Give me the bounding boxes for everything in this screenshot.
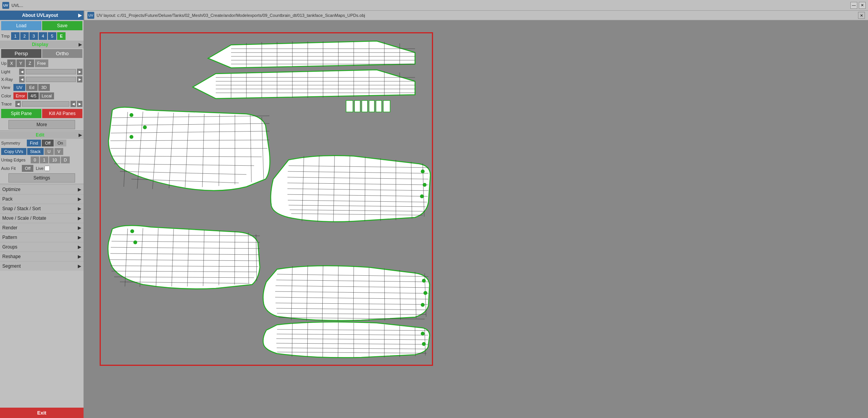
untag-0-button[interactable]: 0 — [31, 156, 39, 163]
untag-d-button[interactable]: D — [61, 156, 70, 163]
untag-10-button[interactable]: 10 — [49, 156, 60, 163]
untag-1-button[interactable]: 1 — [40, 156, 48, 163]
symmetry-row: Symmetry Find Off On — [0, 139, 84, 147]
about-arrow-icon: ▶ — [78, 13, 82, 18]
error-button[interactable]: Error — [13, 92, 27, 99]
main-layout: About UVLayout ▶ Load Save Tmp 1 2 3 4 5… — [0, 11, 868, 418]
xray-slider-row: X-Ray ◀ ▶ — [0, 76, 84, 83]
uv-view-button[interactable]: UV — [13, 84, 25, 91]
save-button[interactable]: Save — [42, 21, 82, 30]
tmp-5-button[interactable]: 5 — [48, 32, 56, 40]
stack-button[interactable]: Stack — [27, 148, 44, 155]
z-axis-button[interactable]: Z — [26, 59, 34, 67]
light-right-button[interactable]: ▶ — [77, 69, 82, 75]
trace-left-button[interactable]: ◀ — [15, 101, 21, 107]
window-controls: — ✕ — [850, 2, 866, 9]
edit-arrow-icon[interactable]: ▶ — [79, 132, 82, 138]
auto-fit-off-button[interactable]: Off — [22, 165, 33, 172]
snap-stack-sort-label: Snap / Stack / Sort — [2, 206, 78, 211]
free-button[interactable]: Free — [35, 59, 48, 67]
uv-viewport[interactable] — [84, 25, 868, 418]
u-button[interactable]: U — [44, 148, 54, 155]
optimize-menu-item[interactable]: Optimize ▶ — [0, 184, 84, 194]
kill-all-panes-button[interactable]: Kill All Panes — [42, 109, 82, 118]
pack-menu-item[interactable]: Pack ▶ — [0, 194, 84, 204]
reshape-menu-item[interactable]: Reshape ▶ — [0, 252, 84, 261]
tmp-4-button[interactable]: 4 — [39, 32, 47, 40]
render-menu-item[interactable]: Render ▶ — [0, 223, 84, 232]
tmp-e-button[interactable]: E — [57, 32, 66, 40]
local-button[interactable]: Local — [39, 92, 54, 99]
groups-menu-item[interactable]: Groups ▶ — [0, 242, 84, 252]
display-arrow-icon[interactable]: ▶ — [79, 42, 82, 47]
light-slider-row: Light ◀ ▶ — [0, 68, 84, 76]
close-path-button[interactable]: ✕ — [858, 12, 865, 19]
path-bar: UV UV layout: c:/01_Projects/Future/Delu… — [84, 11, 868, 20]
exit-button[interactable]: Exit — [0, 408, 84, 418]
svg-rect-37 — [362, 100, 368, 112]
more-button[interactable]: More — [8, 120, 75, 129]
copy-uvs-button[interactable]: Copy UVs — [1, 148, 26, 155]
xray-right-button[interactable]: ▶ — [77, 76, 82, 82]
uv-tile-border — [100, 32, 433, 366]
trace-slider-track[interactable] — [22, 101, 69, 107]
optimize-label: Optimize — [2, 187, 78, 192]
uv-shell-5 — [108, 225, 260, 289]
svg-point-104 — [130, 229, 134, 233]
symmetry-on-button[interactable]: On — [54, 140, 66, 146]
load-button[interactable]: Load — [1, 21, 41, 30]
app-icon-text: UV — [3, 3, 8, 7]
divider-1 — [0, 130, 84, 131]
path-icon: UV — [87, 12, 94, 19]
xray-slider-track[interactable] — [26, 77, 76, 82]
frac-button[interactable]: 4/5 — [28, 92, 38, 99]
about-button[interactable]: About UVLayout ▶ — [0, 11, 84, 20]
tmp-3-button[interactable]: 3 — [30, 32, 38, 40]
pack-label: Pack — [2, 196, 78, 202]
trace-right-button[interactable]: ▶ — [77, 101, 82, 107]
svg-point-127 — [421, 303, 425, 307]
uv-shell-small-blocks — [346, 100, 390, 112]
ortho-button[interactable]: Ortho — [42, 49, 82, 58]
minimize-button[interactable]: — — [850, 2, 857, 9]
render-arrow-icon: ▶ — [78, 225, 81, 230]
find-button[interactable]: Find — [27, 140, 41, 146]
move-scale-rotate-menu-item[interactable]: Move / Scale / Rotate ▶ — [0, 213, 84, 223]
tmp-2-button[interactable]: 2 — [20, 32, 29, 40]
snap-stack-sort-menu-item[interactable]: Snap / Stack / Sort ▶ — [0, 204, 84, 213]
app-icon: UV — [2, 2, 9, 9]
persp-button[interactable]: Persp — [1, 49, 41, 58]
svg-point-145 — [422, 342, 426, 346]
symmetry-off-button[interactable]: Off — [42, 140, 53, 146]
y-axis-button[interactable]: Y — [16, 59, 25, 67]
svg-point-61 — [143, 125, 147, 129]
svg-point-60 — [130, 113, 133, 117]
close-button[interactable]: ✕ — [859, 2, 866, 9]
split-pane-button[interactable]: Split Pane — [1, 109, 41, 118]
v-button[interactable]: V — [54, 148, 63, 155]
light-left-button[interactable]: ◀ — [19, 69, 25, 75]
tmp-1-button[interactable]: 1 — [11, 32, 20, 40]
3d-view-button[interactable]: 3D — [38, 84, 50, 91]
uv-shell-4 — [271, 156, 430, 222]
content-area: UV UV layout: c:/01_Projects/Future/Delu… — [84, 11, 868, 418]
settings-button[interactable]: Settings — [8, 173, 75, 183]
x-axis-button[interactable]: X — [7, 59, 16, 67]
xray-left-button[interactable]: ◀ — [19, 76, 25, 82]
uv-shells-svg — [101, 33, 434, 367]
light-slider-track[interactable] — [26, 69, 76, 74]
color-label: Color — [1, 94, 13, 98]
color-row: Color Error 4/5 Local — [0, 92, 84, 100]
segment-menu-item[interactable]: Segment ▶ — [0, 261, 84, 271]
snap-stack-sort-arrow-icon: ▶ — [78, 206, 81, 211]
trace-mid-left-button[interactable]: ◀ — [71, 101, 76, 107]
pattern-label: Pattern — [2, 235, 78, 240]
pattern-menu-item[interactable]: Pattern ▶ — [0, 232, 84, 242]
svg-rect-40 — [383, 100, 390, 112]
svg-point-105 — [133, 240, 137, 244]
live-checkbox[interactable] — [44, 166, 50, 171]
ed-view-button[interactable]: Ed — [26, 84, 37, 91]
path-icon-text: UV — [89, 13, 94, 17]
persp-ortho-row: Persp Ortho — [0, 48, 84, 59]
load-save-row: Load Save — [0, 20, 84, 31]
